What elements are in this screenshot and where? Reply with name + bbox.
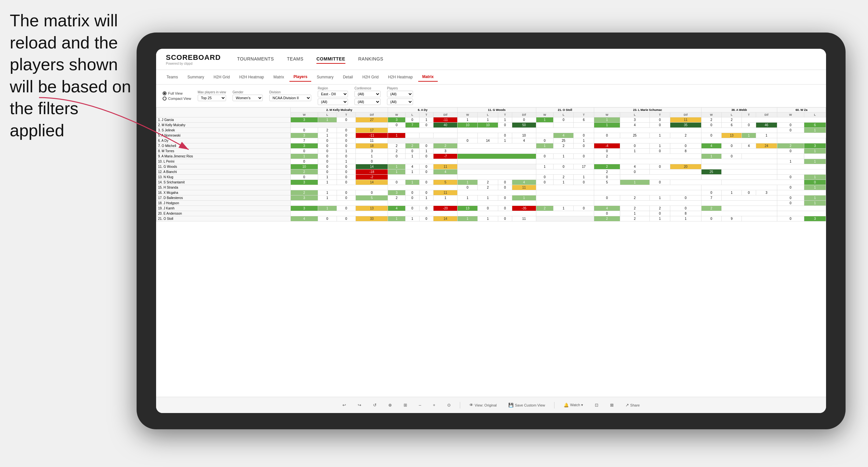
players-sub-select[interactable]: (All): [387, 98, 413, 105]
watch-label: Watch ▾: [570, 403, 583, 407]
view-original-button[interactable]: 👁 View: Original: [467, 401, 499, 409]
table-row: 11. G Woods 100014 14011 1017 24020: [156, 164, 826, 169]
division-select[interactable]: NCAA Division II: [269, 95, 311, 101]
gender-filter: Gender Women's: [232, 90, 263, 101]
view-options: Full View Compact View: [163, 91, 191, 100]
undo-icon: ↩: [342, 403, 346, 407]
refresh-icon: ↺: [373, 403, 377, 407]
row-header-empty: [156, 107, 291, 117]
refresh-button[interactable]: ↺: [370, 401, 379, 409]
region-filter: Region East - DII (All): [318, 87, 348, 105]
annotation-text: The matrix will reload and the players s…: [10, 10, 131, 142]
share-label: Share: [630, 403, 640, 407]
share-icon: ↗: [625, 403, 629, 407]
full-view-radio[interactable]: [163, 91, 166, 95]
logo: SCOREBOARD Powered by clippd: [166, 53, 221, 65]
sub-navigation: Teams Summary H2H Grid H2H Heatmap Matri…: [156, 70, 826, 85]
sub-nav-players[interactable]: Players: [289, 72, 311, 82]
filters-row: Full View Compact View Max players in vi…: [156, 85, 826, 107]
matrix-wrapper[interactable]: 2. M Kelly Mulcahy 6. A Dy 11. G Woods 2…: [156, 107, 826, 397]
bottom-toolbar: ↩ ↪ ↺ ⊕ ⊞ – + ⊙ 👁 View: Original 💾 Save …: [156, 397, 826, 413]
players-filter: Players (All) (All): [387, 87, 413, 105]
share-button[interactable]: ↗ Share: [623, 401, 642, 409]
zoom-out-button[interactable]: –: [416, 401, 424, 409]
table-row: 10. L Perini 0010 11: [156, 159, 826, 164]
sub-nav-summary[interactable]: Summary: [183, 73, 208, 81]
table-row: 8. M Torres 0013 2013 0108 01: [156, 149, 826, 154]
tablet-device: SCOREBOARD Powered by clippd TOURNAMENTS…: [136, 33, 845, 429]
save-custom-view-label: Save Custom View: [515, 403, 545, 407]
conference-sub-select[interactable]: (All): [354, 98, 380, 105]
conference-select[interactable]: (All): [354, 91, 380, 97]
table-row: 18. J Hodgson 01: [156, 201, 826, 206]
max-players-filter: Max players in view Top 25: [198, 90, 226, 101]
table-row: 13. N Klug 010-2 021 0 01: [156, 175, 826, 180]
sub-nav-teams[interactable]: Teams: [163, 73, 182, 81]
col-group-4: 21. O Stoll: [536, 107, 594, 113]
eye-icon: 👁: [469, 403, 473, 407]
save-custom-view-button[interactable]: 💾 Save Custom View: [506, 401, 548, 409]
minus-icon: –: [419, 403, 421, 407]
table-row: 15. H Stranda 02011 01: [156, 185, 826, 190]
sub-nav-summary2[interactable]: Summary: [313, 73, 337, 81]
region-sub-select[interactable]: (All): [318, 98, 348, 105]
expand-icon: ⊠: [610, 403, 614, 407]
sub-nav-h2h-heatmap[interactable]: H2H Heatmap: [236, 73, 268, 81]
nav-committee[interactable]: COMMITTEE: [316, 55, 345, 64]
table-row: 19. J Kamh 31013 400-20 1300-35 210 4220…: [156, 206, 826, 211]
nav-tournaments[interactable]: TOURNAMENTS: [237, 55, 274, 64]
grid-icon: ⊞: [404, 403, 407, 407]
division-filter: Division NCAA Division II: [269, 90, 311, 101]
sub-nav-matrix[interactable]: Matrix: [270, 73, 288, 81]
zoom-in-button[interactable]: +: [430, 401, 438, 409]
full-view-option[interactable]: Full View: [163, 91, 191, 95]
nav-rankings[interactable]: RANKINGS: [359, 55, 383, 64]
players-select[interactable]: (All): [387, 91, 413, 97]
table-row: 3. S Jelinek 02017 01: [156, 128, 826, 133]
table-row: 12. A Bianchi 200-18 1104 20 25: [156, 169, 826, 175]
table-row: 16. X Mcgaha 2100 30011 0103: [156, 190, 826, 195]
undo-button[interactable]: ↩: [340, 401, 349, 409]
col-group-7: 60. W Za: [777, 107, 826, 113]
table-row: 6. A Dy 70011 01414 0251: [156, 138, 826, 144]
table-row: 1. J Garcia 31027 301-11 1110 106 13011 …: [156, 117, 826, 123]
redo-button[interactable]: ↪: [355, 401, 364, 409]
table-row: 9. A Maria Jimenez Rios 1001 010-7 010 2…: [156, 154, 826, 159]
clock-button[interactable]: ⊙: [444, 401, 453, 409]
bell-icon: 🔔: [564, 403, 569, 407]
sub-nav-matrix2[interactable]: Matrix: [418, 72, 437, 82]
table-row: 20. E Andersson 0108: [156, 211, 826, 216]
save-icon: 💾: [508, 403, 514, 407]
sub-w1: W: [290, 113, 318, 117]
sub-nav-h2h-grid2[interactable]: H2H Grid: [359, 73, 382, 81]
sub-nav-h2h-grid[interactable]: H2H Grid: [210, 73, 234, 81]
plus-icon: +: [433, 403, 435, 407]
table-row: 21. O Stoll 40033 11014 11011 2211 09 03: [156, 216, 826, 221]
matrix-table: 2. M Kelly Mulcahy 6. A Dy 11. G Woods 2…: [156, 107, 826, 221]
add-icon: ⊕: [388, 403, 392, 407]
gender-select[interactable]: Women's: [232, 95, 263, 101]
add-button[interactable]: ⊕: [386, 401, 395, 409]
sub-nav-detail[interactable]: Detail: [339, 73, 357, 81]
table-row: 7. O Mitchell 30018 2202 120 -4010 40424…: [156, 144, 826, 149]
compact-view-radio[interactable]: [163, 97, 166, 100]
settings-icon: ⊡: [595, 403, 598, 407]
col-group-header: 2. M Kelly Mulcahy 6. A Dy 11. G Woods 2…: [156, 107, 826, 113]
col-group-3: 11. G Woods: [457, 107, 536, 113]
table-row: 14. S Srichantamit 31014 0105 1204 010 5…: [156, 180, 826, 185]
nav-teams[interactable]: TEAMS: [287, 55, 303, 64]
max-players-select[interactable]: Top 25: [198, 95, 226, 101]
grid-button[interactable]: ⊞: [401, 401, 410, 409]
compact-view-option[interactable]: Compact View: [163, 97, 191, 100]
top-navigation: SCOREBOARD Powered by clippd TOURNAMENTS…: [156, 49, 826, 70]
expand-button[interactable]: ⊠: [608, 401, 616, 409]
region-select[interactable]: East - DII: [318, 91, 348, 97]
watch-button[interactable]: 🔔 Watch ▾: [561, 401, 586, 409]
col-group-2: 6. A Dy: [388, 107, 458, 113]
settings-button[interactable]: ⊡: [592, 401, 601, 409]
conference-filter: Conference (All) (All): [354, 87, 380, 105]
toolbar-divider-2: [554, 402, 555, 408]
sub-nav-h2h-heatmap2[interactable]: H2H Heatmap: [384, 73, 416, 81]
table-row: 5. A Nomrowski 310-11 1 010 40 025 12013…: [156, 133, 826, 138]
main-content: 2. M Kelly Mulcahy 6. A Dy 11. G Woods 2…: [156, 107, 826, 397]
